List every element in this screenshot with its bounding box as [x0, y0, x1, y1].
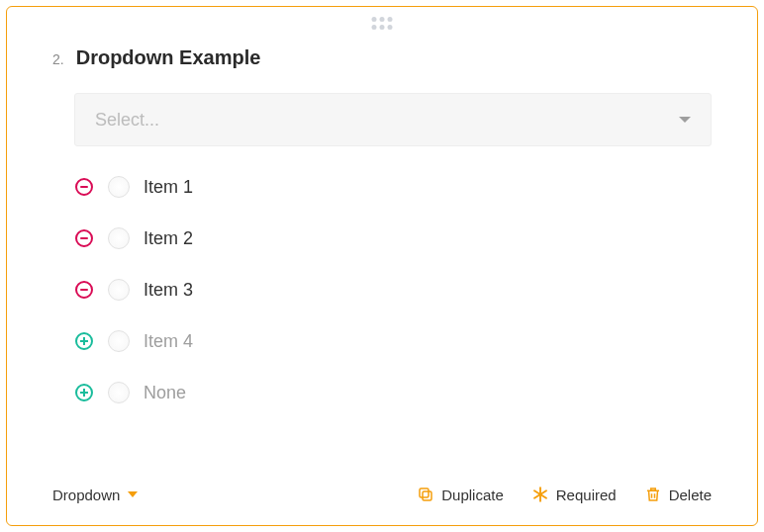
card-footer: Dropdown Duplicate Required: [52, 486, 712, 503]
question-title[interactable]: Dropdown Example: [76, 46, 261, 69]
remove-icon: [75, 178, 93, 196]
option-row: Item 2: [74, 227, 757, 249]
radio-icon: [108, 176, 130, 198]
question-type-label: Dropdown: [52, 487, 120, 503]
remove-icon: [75, 229, 93, 247]
chevron-down-icon: [679, 117, 691, 123]
asterisk-icon: [531, 486, 549, 503]
required-label: Required: [556, 487, 617, 503]
radio-icon: [108, 227, 130, 249]
option-row: Item 4: [74, 330, 757, 352]
question-card: 2. Dropdown Example Select... Item 1 Ite…: [6, 6, 758, 526]
drag-handle-icon[interactable]: [372, 17, 393, 30]
add-icon: [75, 384, 93, 401]
remove-option-button[interactable]: [74, 228, 94, 248]
delete-label: Delete: [669, 487, 712, 503]
remove-option-button[interactable]: [74, 177, 94, 197]
option-label[interactable]: Item 4: [143, 331, 193, 352]
options-list: Item 1 Item 2 Item 3 Item 4 None: [74, 176, 757, 403]
svg-rect-0: [423, 491, 431, 500]
delete-button[interactable]: Delete: [644, 486, 712, 503]
duplicate-label: Duplicate: [441, 487, 504, 503]
select-wrapper: Select...: [74, 93, 712, 146]
option-row: Item 3: [74, 279, 757, 301]
svg-rect-1: [420, 488, 429, 497]
option-label[interactable]: None: [143, 383, 186, 403]
dropdown-select[interactable]: Select...: [74, 93, 712, 146]
duplicate-button[interactable]: Duplicate: [417, 486, 504, 503]
chevron-down-icon: [128, 491, 138, 497]
remove-icon: [75, 281, 93, 299]
trash-icon: [644, 486, 662, 503]
add-option-button[interactable]: [74, 331, 94, 351]
question-number: 2.: [52, 51, 64, 67]
option-row: Item 1: [74, 176, 757, 198]
footer-actions: Duplicate Required Delete: [417, 486, 712, 503]
question-type-select[interactable]: Dropdown: [52, 487, 138, 503]
option-row: None: [74, 382, 757, 403]
option-label[interactable]: Item 2: [143, 228, 193, 249]
remove-option-button[interactable]: [74, 280, 94, 300]
duplicate-icon: [417, 486, 434, 503]
add-option-button[interactable]: [74, 383, 94, 402]
required-button[interactable]: Required: [531, 486, 617, 503]
select-placeholder: Select...: [95, 110, 159, 131]
option-label[interactable]: Item 3: [143, 280, 193, 301]
radio-icon: [108, 330, 130, 352]
radio-icon: [108, 382, 130, 403]
option-label[interactable]: Item 1: [143, 177, 193, 198]
add-icon: [75, 332, 93, 350]
radio-icon: [108, 279, 130, 301]
